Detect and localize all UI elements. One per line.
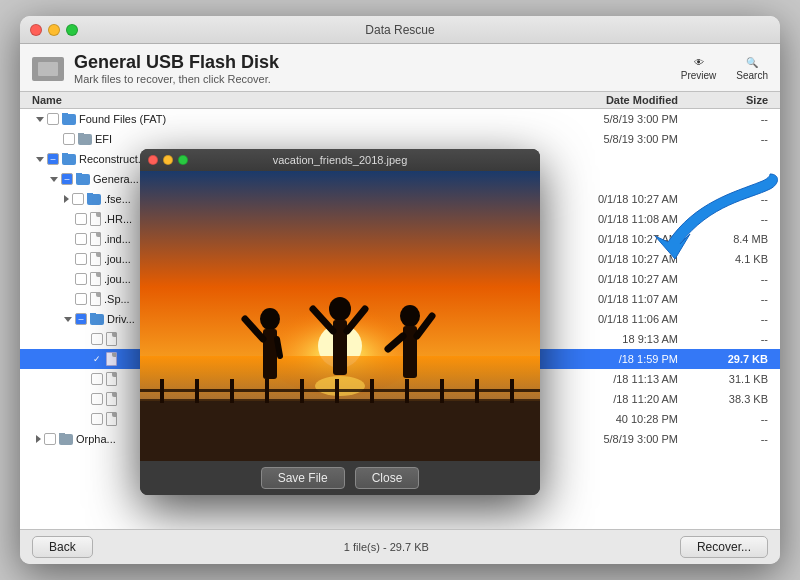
- file-date: 0/1/18 10:27 AM: [538, 233, 698, 245]
- expand-icon: [50, 177, 58, 182]
- folder-icon: [76, 174, 90, 185]
- svg-rect-8: [160, 379, 164, 403]
- svg-rect-11: [265, 379, 269, 403]
- row-checkbox[interactable]: [75, 293, 87, 305]
- file-size: --: [698, 213, 768, 225]
- file-size: 8.4 MB: [698, 233, 768, 245]
- svg-rect-12: [300, 379, 304, 403]
- file-date: 5/8/19 3:00 PM: [538, 133, 698, 145]
- window-controls: [30, 24, 78, 36]
- file-size: 4.1 KB: [698, 253, 768, 265]
- preview-max-btn[interactable]: [178, 155, 188, 165]
- preview-image: [140, 171, 540, 461]
- row-checkbox[interactable]: [91, 333, 103, 345]
- row-checkbox[interactable]: [72, 193, 84, 205]
- svg-rect-6: [140, 389, 540, 392]
- svg-rect-17: [475, 379, 479, 403]
- folder-icon: [62, 114, 76, 125]
- row-checkbox-checked[interactable]: [91, 353, 103, 365]
- svg-point-27: [400, 305, 420, 327]
- titlebar: Data Rescue: [20, 16, 780, 44]
- drive-info: General USB Flash Disk Mark files to rec…: [32, 52, 279, 85]
- file-icon: [106, 392, 117, 406]
- file-icon: [106, 352, 117, 366]
- row-checkbox[interactable]: [75, 253, 87, 265]
- file-name: Found Files (FAT): [79, 113, 166, 125]
- file-date: 5/8/19 3:00 PM: [538, 433, 698, 445]
- row-checkbox-dash[interactable]: [47, 153, 59, 165]
- maximize-button[interactable]: [66, 24, 78, 36]
- file-icon: [90, 272, 101, 286]
- file-icon: [90, 252, 101, 266]
- file-date: 0/1/18 10:27 AM: [538, 253, 698, 265]
- file-name: .jou...: [104, 273, 131, 285]
- file-name: Driv...: [107, 313, 135, 325]
- col-name-header: Name: [32, 94, 538, 106]
- preview-label: Preview: [681, 70, 717, 81]
- row-checkbox[interactable]: [44, 433, 56, 445]
- row-checkbox[interactable]: [75, 213, 87, 225]
- row-checkbox[interactable]: [47, 113, 59, 125]
- file-size: 29.7 KB: [698, 353, 768, 365]
- file-size: --: [698, 313, 768, 325]
- preview-title: vacation_friends_2018.jpeg: [273, 154, 408, 166]
- app-header: General USB Flash Disk Mark files to rec…: [20, 44, 780, 92]
- svg-rect-15: [405, 379, 409, 403]
- expand-icon: [36, 435, 41, 443]
- folder-icon: [78, 134, 92, 145]
- svg-rect-18: [510, 379, 514, 403]
- instruction-text: Mark files to recover, then click Recove…: [74, 73, 279, 85]
- svg-rect-9: [195, 379, 199, 403]
- file-date: 0/1/18 11:07 AM: [538, 293, 698, 305]
- preview-button[interactable]: 👁 Preview: [681, 57, 717, 81]
- expand-icon: [64, 195, 69, 203]
- drive-name: General USB Flash Disk: [74, 52, 279, 73]
- recover-button[interactable]: Recover...: [680, 536, 768, 558]
- folder-icon: [62, 154, 76, 165]
- close-button[interactable]: [30, 24, 42, 36]
- file-date: 40 10:28 PM: [538, 413, 698, 425]
- preview-footer: Save File Close: [140, 461, 540, 495]
- row-checkbox[interactable]: [91, 373, 103, 385]
- folder-icon: [87, 194, 101, 205]
- file-name: .fse...: [104, 193, 131, 205]
- row-checkbox[interactable]: [91, 393, 103, 405]
- file-size: --: [698, 413, 768, 425]
- file-list[interactable]: Found Files (FAT) 5/8/19 3:00 PM -- EFI …: [20, 109, 780, 529]
- svg-rect-13: [335, 379, 339, 403]
- file-name: .ind...: [104, 233, 131, 245]
- svg-rect-14: [370, 379, 374, 403]
- back-button[interactable]: Back: [32, 536, 93, 558]
- file-size: --: [698, 133, 768, 145]
- save-file-button[interactable]: Save File: [261, 467, 345, 489]
- column-headers: Name Date Modified Size: [20, 92, 780, 109]
- file-name: .HR...: [104, 213, 132, 225]
- file-size: --: [698, 433, 768, 445]
- table-row[interactable]: EFI 5/8/19 3:00 PM --: [20, 129, 780, 149]
- close-preview-button[interactable]: Close: [355, 467, 420, 489]
- folder-icon: [59, 434, 73, 445]
- row-checkbox[interactable]: [75, 273, 87, 285]
- preview-min-btn[interactable]: [163, 155, 173, 165]
- row-checkbox[interactable]: [91, 413, 103, 425]
- search-button[interactable]: 🔍 Search: [736, 57, 768, 81]
- preview-close-btn[interactable]: [148, 155, 158, 165]
- table-row[interactable]: Found Files (FAT) 5/8/19 3:00 PM --: [20, 109, 780, 129]
- file-name: Orpha...: [76, 433, 116, 445]
- row-checkbox-dash[interactable]: [61, 173, 73, 185]
- row-checkbox-dash[interactable]: [75, 313, 87, 325]
- app-footer: Back 1 file(s) - 29.7 KB Recover...: [20, 529, 780, 564]
- row-checkbox[interactable]: [75, 233, 87, 245]
- eye-icon: 👁: [694, 57, 704, 68]
- file-date: 0/1/18 10:27 AM: [538, 193, 698, 205]
- preview-modal: vacation_friends_2018.jpeg: [140, 149, 540, 495]
- expand-icon: [36, 157, 44, 162]
- minimize-button[interactable]: [48, 24, 60, 36]
- drive-text: General USB Flash Disk Mark files to rec…: [74, 52, 279, 85]
- expand-icon: [36, 117, 44, 122]
- file-size: --: [698, 193, 768, 205]
- file-icon: [90, 232, 101, 246]
- row-checkbox[interactable]: [63, 133, 75, 145]
- status-text: 1 file(s) - 29.7 KB: [344, 541, 429, 553]
- file-size: --: [698, 333, 768, 345]
